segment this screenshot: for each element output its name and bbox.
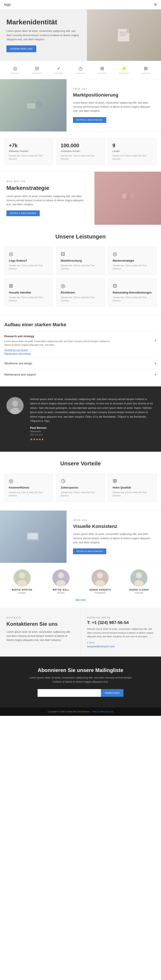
footer-link[interactable]: Click to select the Text — [92, 711, 113, 713]
contact-title: Kontaktieren Sie uns — [6, 621, 74, 627]
visual-cta-button[interactable]: DETAILS ANSCHAUEN — [73, 549, 106, 554]
team-role-0: Inhaber — [18, 592, 26, 594]
adv-icon-2: ⊞ — [113, 478, 152, 484]
icon-2: ✓ — [57, 66, 61, 71]
team-more-link[interactable]: Sieh mehr — [75, 598, 86, 601]
about-image — [0, 79, 66, 131]
service-title-0: Logo Entwurf — [9, 259, 48, 262]
icon-label-3: CONTENT — [76, 72, 85, 74]
build-toggle-icon-0[interactable]: + — [154, 338, 157, 343]
contact-phone-description: Nehmer ipsum dolor sit amet, consectetur… — [87, 627, 155, 639]
stats-section: +7k Weltweite Projekte Sample text. Clic… — [0, 132, 161, 172]
icon-item-2: ✓ CONTENT — [54, 66, 64, 74]
build-item-title-1: Wiretheme and design — [4, 362, 32, 365]
advantages-section: Unsere Vorteile ◎ Kosteneffizienz Sample… — [0, 452, 161, 510]
build-brand-section: Aufbau einer starken Marke Research and … — [0, 315, 161, 387]
stat-text-0: Sample text. Click to select the Test El… — [9, 154, 48, 161]
notebook-icon — [116, 27, 133, 44]
build-toggle-icon-1[interactable]: + — [154, 361, 157, 366]
footer-text: Copyright © Click to select the Text Ele… — [48, 711, 90, 713]
hero-section: Markenidentität Lorem ipsum dolor sit am… — [0, 10, 161, 61]
logo: logo — [4, 3, 11, 6]
icon-4: ⊞ — [100, 66, 104, 71]
team-card-3: JENNIE CLARKE Gebäude — [121, 570, 157, 594]
service-icon-1: ⊟ — [61, 251, 100, 257]
build-toggle-icon-2[interactable]: + — [154, 372, 157, 377]
service-icon-0: ◎ — [9, 251, 48, 257]
stat-number-0: +7k — [9, 143, 48, 149]
adv-card-0: ◎ Kosteneffizienz Sample text. Click to … — [4, 473, 53, 502]
service-icon-5: ⊟ — [113, 283, 152, 289]
subscribe-input[interactable] — [37, 689, 101, 697]
stat-label-0: Weltweite Projekte — [9, 150, 48, 153]
contact-call-label: RUFEN SIE UNS AN — [87, 617, 155, 619]
icon-item-0: ◎ CONTENT — [10, 66, 20, 74]
icon-3: ◷ — [78, 66, 82, 71]
icon-label-6: CONTENT — [141, 72, 151, 74]
testimonial-name: Paul Bernon — [30, 426, 155, 430]
build-link-0[interactable]: Wiretheme and design — [4, 349, 157, 351]
hero-title: Markenidentität — [6, 18, 80, 26]
adv-text-0: Sample text. Click to select the Test El… — [9, 491, 48, 497]
about-label: ÜBER UNS — [73, 88, 155, 90]
brand-content: WAS WIR TUN Markenstrategie Lorem ipsum … — [0, 172, 95, 225]
team-avatar-1 — [52, 570, 69, 587]
adv-card-1: ◷ Zeitersparnis Sample text. Click to se… — [56, 473, 105, 502]
about-cta-button[interactable]: DETAILS ANSCHAUEN — [73, 117, 106, 123]
subscribe-description: Lorem ipsum dolor sit amet, consectetur … — [27, 676, 134, 684]
stat-text-2: Sample text. Click to select the Test El… — [113, 154, 152, 161]
icon-item-4: ⊞ CONTENT — [97, 66, 107, 74]
adv-text-1: Sample text. Click to select the Test El… — [61, 491, 100, 497]
service-card-5: ⊟ Rebranding-Dienstleistungen Sample tex… — [108, 278, 157, 307]
stat-card-0: +7k Weltweite Projekte Sample text. Clic… — [4, 138, 53, 165]
team-avatar-icon-1 — [52, 570, 69, 587]
svg-rect-2 — [120, 33, 127, 34]
subscribe-button[interactable]: ANMELDEN — [101, 689, 124, 697]
svg-point-22 — [56, 580, 66, 587]
subscribe-title: Abonnieren Sie unsere Mailingliste — [6, 667, 155, 673]
team-name-1: MATTIE BALL — [53, 589, 69, 591]
team-role-2: Projektleiter — [94, 592, 106, 594]
service-title-2: Markenstrategie — [113, 259, 152, 262]
brand-label: WAS WIR TUN — [6, 180, 88, 183]
service-icon-2: ◎ — [113, 251, 152, 257]
service-text-4: Sample text. Click to select the Test El… — [61, 296, 100, 302]
service-icon-4: ◎ — [61, 283, 100, 289]
team-more[interactable]: Sieh mehr — [4, 597, 157, 601]
build-item-2[interactable]: Maintenance and support + — [4, 369, 157, 380]
contact-description: Lorem ipsum dolor sit amet, consectetur … — [6, 630, 74, 643]
service-icon-3: ⊞ — [9, 283, 48, 289]
svg-point-7 — [35, 101, 42, 107]
icon-5: ⚡ — [121, 66, 127, 71]
team-avatar-2 — [92, 570, 109, 587]
build-item-links: Wiretheme and design Maintenance and sup… — [4, 349, 157, 355]
testimonial-role: Mitarbeiter — [30, 430, 155, 433]
stat-card-1: 100.000 Zufriedene kunden Sample text. C… — [56, 138, 105, 165]
hero-text: Markenidentität Lorem ipsum dolor sit am… — [0, 10, 87, 61]
build-item-title-2: Maintenance and support — [4, 373, 36, 376]
footer: Copyright © Click to select the Text Ele… — [0, 708, 161, 716]
visual-description: Lorem ipsum dolor sit amet, consectetur … — [73, 532, 155, 544]
build-link-1[interactable]: Maintenance and support — [4, 352, 157, 355]
testimonial-quote: Nehmer ipsum dolor sit amet, consectetur… — [30, 397, 155, 423]
svg-rect-3 — [120, 35, 125, 36]
icon-item-5: ⚡ CONTENT — [119, 66, 129, 74]
service-text-3: Sample text. Click to select the Test El… — [9, 296, 48, 302]
svg-point-18 — [19, 573, 25, 578]
team-avatar-3 — [130, 570, 148, 587]
testimonial-avatar — [6, 397, 24, 414]
build-item-0[interactable]: Research and strategy Lorem ipsum dolor … — [4, 331, 157, 358]
adv-icon-1: ◷ — [61, 478, 100, 484]
team-avatar-icon-3 — [130, 570, 148, 587]
build-item-1[interactable]: Wiretheme and design + — [4, 358, 157, 369]
icon-label-5: CONTENT — [119, 72, 129, 74]
about-section: ÜBER UNS Marktpositionierung Lorem ipsum… — [0, 79, 161, 132]
brand-cta-button[interactable]: DETAILS ANSCHAUEN — [6, 210, 40, 216]
advantages-title: Unsere Vorteile — [4, 460, 157, 467]
hero-cta-button[interactable]: KONTAKTIERE UNS — [6, 45, 36, 52]
stat-label-2: Länder — [113, 150, 152, 153]
about-title: Marktpositionierung — [73, 92, 155, 98]
service-card-4: ◎ Richtlinien Sample text. Click to sele… — [56, 278, 105, 307]
team-name-2: JENNIE ROBERTS — [89, 589, 111, 591]
menu-icon[interactable]: ≡ — [154, 2, 157, 7]
